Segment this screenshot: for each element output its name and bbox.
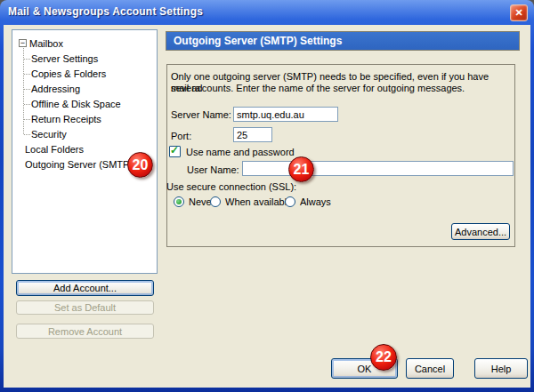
ssl-option-always[interactable]: Always [285,196,331,208]
description-line-2: mail accounts. Enter the name of the ser… [171,83,509,94]
sidebar-item-label: Outgoing Server (SMTP) [25,157,133,172]
tree-stub [24,104,30,105]
radio-label: When available [225,196,292,207]
sidebar-item-copies-folders[interactable]: Copies & Folders [12,67,155,81]
add-account-button[interactable]: Add Account... [16,280,154,296]
sidebar-item-label: Offline & Disk Space [31,97,121,111]
checkmark-icon: ✓ [170,144,179,156]
user-name-input[interactable] [242,161,514,176]
window-title: Mail & Newsgroups Account Settings [8,5,203,18]
annotation-badge-21: 21 [288,156,314,182]
sidebar-item-label: Server Settings [31,52,98,66]
sidebar-item-label: Return Receipts [31,112,101,126]
set-as-default-button[interactable]: Set as Default [16,300,154,315]
sidebar-item-offline-disk-space[interactable]: Offline & Disk Space [12,97,155,111]
radio-icon [285,196,295,207]
radio-icon [174,196,184,207]
annotation-badge-20: 20 [127,152,153,178]
server-name-label: Server Name: [171,109,231,120]
port-label: Port: [171,131,191,141]
account-tree: − Mailbox Server Settings Copies & Folde… [12,29,158,274]
cancel-button[interactable]: Cancel [406,358,454,379]
port-input[interactable] [233,127,272,142]
sidebar-item-mailbox[interactable]: − Mailbox [12,36,155,51]
advanced-button[interactable]: Advanced... [451,223,510,240]
sidebar-item-security[interactable]: Security [12,127,155,141]
panel-title: Outgoing Server (SMTP) Settings [166,31,520,51]
account-settings-dialog: Mail & Newsgroups Account Settings ✕ − M… [0,0,534,392]
radio-label: Always [300,196,331,207]
sidebar-item-label: Mailbox [29,36,63,51]
tree-collapse-icon[interactable]: − [19,39,27,47]
use-name-password-label: Use name and password [186,147,295,157]
tree-stub [24,89,30,90]
dialog-body: − Mailbox Server Settings Copies & Folde… [4,25,530,388]
help-button[interactable]: Help [474,358,528,379]
sidebar-item-label: Copies & Folders [31,67,106,81]
close-button[interactable]: ✕ [510,4,528,21]
ssl-option-never[interactable]: Never [174,196,214,208]
radio-icon [210,196,221,207]
use-name-password-checkbox[interactable]: ✓ [169,146,181,157]
tree-stub [24,74,30,75]
annotation-badge-22: 22 [370,344,397,371]
server-name-input[interactable] [233,107,338,122]
sidebar-item-return-receipts[interactable]: Return Receipts [12,112,155,126]
tree-stub [24,59,30,60]
close-icon: ✕ [514,7,522,19]
sidebar-item-label: Local Folders [25,142,84,156]
tree-stub [24,134,30,135]
user-name-label: User Name: [187,164,239,175]
ssl-label: Use secure connection (SSL): [166,181,296,192]
ssl-option-when-available[interactable]: When available [210,196,292,208]
sidebar-item-server-settings[interactable]: Server Settings [12,52,155,66]
sidebar-item-label: Addressing [31,82,80,96]
sidebar-item-addressing[interactable]: Addressing [12,82,155,96]
sidebar-item-label: Security [31,127,67,141]
remove-account-button[interactable]: Remove Account [16,324,154,339]
tree-stub [24,119,30,120]
